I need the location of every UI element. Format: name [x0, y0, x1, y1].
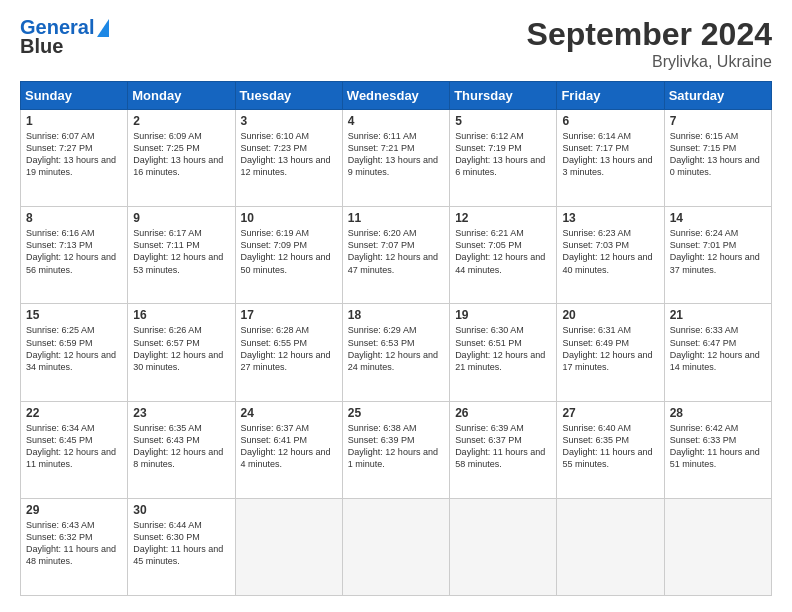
day-number: 22: [26, 406, 122, 420]
day-number: 4: [348, 114, 444, 128]
header-wednesday: Wednesday: [342, 82, 449, 110]
cell-details: Sunrise: 6:12 AMSunset: 7:19 PMDaylight:…: [455, 130, 551, 179]
table-row: 14Sunrise: 6:24 AMSunset: 7:01 PMDayligh…: [664, 207, 771, 304]
table-row: 3Sunrise: 6:10 AMSunset: 7:23 PMDaylight…: [235, 110, 342, 207]
calendar-week-row: 15Sunrise: 6:25 AMSunset: 6:59 PMDayligh…: [21, 304, 772, 401]
day-number: 21: [670, 308, 766, 322]
cell-details: Sunrise: 6:33 AMSunset: 6:47 PMDaylight:…: [670, 324, 766, 373]
cell-details: Sunrise: 6:19 AMSunset: 7:09 PMDaylight:…: [241, 227, 337, 276]
table-row: 20Sunrise: 6:31 AMSunset: 6:49 PMDayligh…: [557, 304, 664, 401]
cell-details: Sunrise: 6:43 AMSunset: 6:32 PMDaylight:…: [26, 519, 122, 568]
calendar-subtitle: Brylivka, Ukraine: [527, 53, 772, 71]
table-row: 10Sunrise: 6:19 AMSunset: 7:09 PMDayligh…: [235, 207, 342, 304]
day-number: 18: [348, 308, 444, 322]
day-number: 19: [455, 308, 551, 322]
day-number: 5: [455, 114, 551, 128]
cell-details: Sunrise: 6:44 AMSunset: 6:30 PMDaylight:…: [133, 519, 229, 568]
table-row: [450, 498, 557, 595]
header-monday: Monday: [128, 82, 235, 110]
table-row: 1Sunrise: 6:07 AMSunset: 7:27 PMDaylight…: [21, 110, 128, 207]
table-row: 15Sunrise: 6:25 AMSunset: 6:59 PMDayligh…: [21, 304, 128, 401]
table-row: 22Sunrise: 6:34 AMSunset: 6:45 PMDayligh…: [21, 401, 128, 498]
cell-details: Sunrise: 6:31 AMSunset: 6:49 PMDaylight:…: [562, 324, 658, 373]
table-row: 11Sunrise: 6:20 AMSunset: 7:07 PMDayligh…: [342, 207, 449, 304]
cell-details: Sunrise: 6:29 AMSunset: 6:53 PMDaylight:…: [348, 324, 444, 373]
day-number: 25: [348, 406, 444, 420]
day-number: 16: [133, 308, 229, 322]
table-row: 21Sunrise: 6:33 AMSunset: 6:47 PMDayligh…: [664, 304, 771, 401]
day-number: 24: [241, 406, 337, 420]
cell-details: Sunrise: 6:35 AMSunset: 6:43 PMDaylight:…: [133, 422, 229, 471]
day-number: 17: [241, 308, 337, 322]
table-row: [557, 498, 664, 595]
table-row: 24Sunrise: 6:37 AMSunset: 6:41 PMDayligh…: [235, 401, 342, 498]
cell-details: Sunrise: 6:11 AMSunset: 7:21 PMDaylight:…: [348, 130, 444, 179]
day-number: 12: [455, 211, 551, 225]
day-number: 7: [670, 114, 766, 128]
header-saturday: Saturday: [664, 82, 771, 110]
table-row: 19Sunrise: 6:30 AMSunset: 6:51 PMDayligh…: [450, 304, 557, 401]
day-number: 20: [562, 308, 658, 322]
cell-details: Sunrise: 6:14 AMSunset: 7:17 PMDaylight:…: [562, 130, 658, 179]
cell-details: Sunrise: 6:30 AMSunset: 6:51 PMDaylight:…: [455, 324, 551, 373]
cell-details: Sunrise: 6:17 AMSunset: 7:11 PMDaylight:…: [133, 227, 229, 276]
table-row: 6Sunrise: 6:14 AMSunset: 7:17 PMDaylight…: [557, 110, 664, 207]
day-number: 14: [670, 211, 766, 225]
table-row: [235, 498, 342, 595]
day-number: 26: [455, 406, 551, 420]
header-thursday: Thursday: [450, 82, 557, 110]
cell-details: Sunrise: 6:21 AMSunset: 7:05 PMDaylight:…: [455, 227, 551, 276]
day-number: 30: [133, 503, 229, 517]
cell-details: Sunrise: 6:39 AMSunset: 6:37 PMDaylight:…: [455, 422, 551, 471]
table-row: 23Sunrise: 6:35 AMSunset: 6:43 PMDayligh…: [128, 401, 235, 498]
calendar-week-row: 22Sunrise: 6:34 AMSunset: 6:45 PMDayligh…: [21, 401, 772, 498]
table-row: [664, 498, 771, 595]
table-row: [342, 498, 449, 595]
table-row: 28Sunrise: 6:42 AMSunset: 6:33 PMDayligh…: [664, 401, 771, 498]
day-number: 28: [670, 406, 766, 420]
day-number: 6: [562, 114, 658, 128]
day-number: 29: [26, 503, 122, 517]
day-number: 10: [241, 211, 337, 225]
day-number: 9: [133, 211, 229, 225]
cell-details: Sunrise: 6:20 AMSunset: 7:07 PMDaylight:…: [348, 227, 444, 276]
day-number: 13: [562, 211, 658, 225]
title-block: September 2024 Brylivka, Ukraine: [527, 16, 772, 71]
table-row: 13Sunrise: 6:23 AMSunset: 7:03 PMDayligh…: [557, 207, 664, 304]
day-number: 15: [26, 308, 122, 322]
header-tuesday: Tuesday: [235, 82, 342, 110]
cell-details: Sunrise: 6:23 AMSunset: 7:03 PMDaylight:…: [562, 227, 658, 276]
calendar-title: September 2024: [527, 16, 772, 53]
cell-details: Sunrise: 6:15 AMSunset: 7:15 PMDaylight:…: [670, 130, 766, 179]
logo-triangle-icon: [97, 19, 109, 37]
table-row: 18Sunrise: 6:29 AMSunset: 6:53 PMDayligh…: [342, 304, 449, 401]
day-number: 27: [562, 406, 658, 420]
table-row: 17Sunrise: 6:28 AMSunset: 6:55 PMDayligh…: [235, 304, 342, 401]
cell-details: Sunrise: 6:25 AMSunset: 6:59 PMDaylight:…: [26, 324, 122, 373]
day-number: 1: [26, 114, 122, 128]
day-number: 8: [26, 211, 122, 225]
table-row: 7Sunrise: 6:15 AMSunset: 7:15 PMDaylight…: [664, 110, 771, 207]
table-row: 27Sunrise: 6:40 AMSunset: 6:35 PMDayligh…: [557, 401, 664, 498]
table-row: 25Sunrise: 6:38 AMSunset: 6:39 PMDayligh…: [342, 401, 449, 498]
calendar-header-row: Sunday Monday Tuesday Wednesday Thursday…: [21, 82, 772, 110]
table-row: 4Sunrise: 6:11 AMSunset: 7:21 PMDaylight…: [342, 110, 449, 207]
cell-details: Sunrise: 6:34 AMSunset: 6:45 PMDaylight:…: [26, 422, 122, 471]
calendar-week-row: 1Sunrise: 6:07 AMSunset: 7:27 PMDaylight…: [21, 110, 772, 207]
header-friday: Friday: [557, 82, 664, 110]
cell-details: Sunrise: 6:07 AMSunset: 7:27 PMDaylight:…: [26, 130, 122, 179]
cell-details: Sunrise: 6:10 AMSunset: 7:23 PMDaylight:…: [241, 130, 337, 179]
cell-details: Sunrise: 6:24 AMSunset: 7:01 PMDaylight:…: [670, 227, 766, 276]
cell-details: Sunrise: 6:40 AMSunset: 6:35 PMDaylight:…: [562, 422, 658, 471]
cell-details: Sunrise: 6:37 AMSunset: 6:41 PMDaylight:…: [241, 422, 337, 471]
calendar-week-row: 29Sunrise: 6:43 AMSunset: 6:32 PMDayligh…: [21, 498, 772, 595]
table-row: 12Sunrise: 6:21 AMSunset: 7:05 PMDayligh…: [450, 207, 557, 304]
logo-blue-text: Blue: [20, 35, 63, 58]
day-number: 23: [133, 406, 229, 420]
day-number: 3: [241, 114, 337, 128]
day-number: 11: [348, 211, 444, 225]
table-row: 9Sunrise: 6:17 AMSunset: 7:11 PMDaylight…: [128, 207, 235, 304]
cell-details: Sunrise: 6:38 AMSunset: 6:39 PMDaylight:…: [348, 422, 444, 471]
cell-details: Sunrise: 6:09 AMSunset: 7:25 PMDaylight:…: [133, 130, 229, 179]
header-sunday: Sunday: [21, 82, 128, 110]
